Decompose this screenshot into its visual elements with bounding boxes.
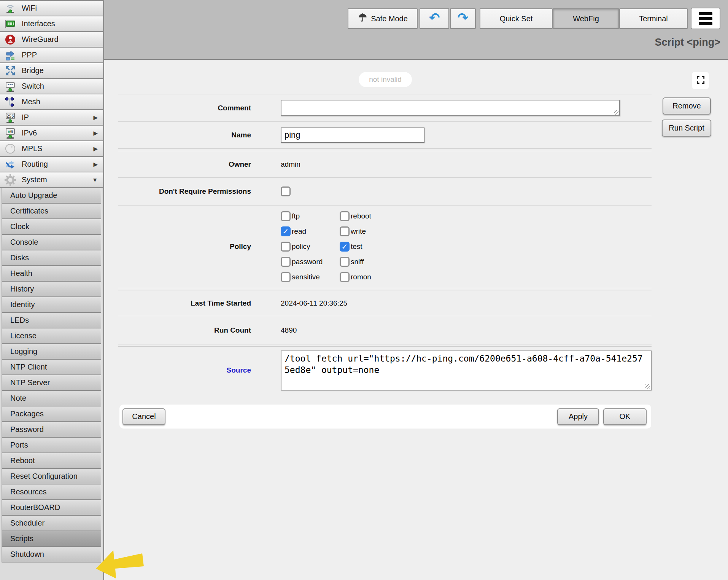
sidebar-item-label: PPP: [22, 51, 37, 59]
policy-checkbox-label: sensitive: [292, 273, 320, 281]
policy-checkbox-reboot[interactable]: [340, 211, 350, 221]
sidebar-subitem-identity[interactable]: Identity: [2, 297, 101, 313]
sidebar-subitem-logging[interactable]: Logging: [2, 344, 101, 360]
policy-checkbox-sensitive[interactable]: [281, 272, 291, 282]
fullscreen-button[interactable]: [692, 72, 709, 89]
policy-checkbox-sniff[interactable]: [340, 257, 350, 267]
sidebar-item-label: WireGuard: [22, 35, 59, 44]
last-time-started-value: 2024-06-11 20:36:25: [281, 299, 347, 308]
topbar: Safe Mode ↶ ↷ Quick Set WebFig Terminal …: [104, 0, 728, 60]
wireguard-icon: [3, 32, 17, 47]
apply-button[interactable]: Apply: [557, 408, 599, 425]
sidebar-item-interfaces[interactable]: Interfaces: [0, 16, 103, 32]
switch-icon: [3, 79, 17, 94]
chevron-right-icon: ▶: [93, 114, 98, 121]
sidebar-subitem-leds[interactable]: LEDs: [2, 313, 101, 328]
ppp-icon: [3, 48, 17, 62]
sidebar-item-routing[interactable]: Routing▶: [0, 157, 103, 172]
chevron-right-icon: ▶: [93, 130, 98, 137]
chevron-right-icon: ▶: [93, 161, 98, 168]
sidebar-item-mesh[interactable]: Mesh: [0, 94, 103, 110]
policy-checkbox-romon[interactable]: [340, 272, 350, 282]
sidebar-item-mpls[interactable]: MPLS▶: [0, 141, 103, 157]
tab-quick-set[interactable]: Quick Set: [480, 8, 553, 29]
policy-checkbox-label: write: [351, 227, 366, 236]
remove-button[interactable]: Remove: [663, 97, 711, 115]
sidebar-subitem-note[interactable]: Note: [2, 391, 101, 406]
sidebar-subitem-disks[interactable]: Disks: [2, 250, 101, 266]
policy-option-policy: policy: [281, 242, 340, 252]
policy-grid: ftp✓readpolicypasswordsensitive rebootwr…: [281, 211, 371, 282]
policy-checkbox-policy[interactable]: [281, 242, 291, 252]
sidebar-subitem-scheduler[interactable]: Scheduler: [2, 516, 101, 531]
sidebar-subitem-auto-upgrade[interactable]: Auto Upgrade: [2, 188, 101, 204]
sidebar-subitem-console[interactable]: Console: [2, 235, 101, 250]
name-row: Name: [118, 121, 652, 148]
policy-checkbox-read[interactable]: ✓: [281, 226, 291, 236]
sidebar-subitem-password[interactable]: Password: [2, 422, 101, 438]
policy-option-read: ✓read: [281, 226, 340, 236]
policy-checkbox-label: test: [351, 242, 362, 251]
policy-checkbox-test[interactable]: ✓: [340, 242, 350, 252]
sidebar-subitem-certificates[interactable]: Certificates: [2, 204, 101, 219]
sidebar-subitem-resources[interactable]: Resources: [2, 484, 101, 500]
sidebar-item-wireguard[interactable]: WireGuard: [0, 32, 103, 48]
wifi-icon: [3, 1, 17, 16]
name-input[interactable]: [281, 127, 424, 143]
sidebar-item-system[interactable]: System▼: [0, 172, 103, 188]
interfaces-icon: [3, 17, 17, 31]
owner-value: admin: [281, 160, 300, 169]
sidebar-item-bridge[interactable]: Bridge: [0, 63, 103, 79]
sidebar-item-ppp[interactable]: PPP: [0, 48, 103, 63]
sidebar-subitem-health[interactable]: Health: [2, 266, 101, 282]
policy-checkbox-label: read: [292, 227, 306, 236]
policy-option-romon: romon: [340, 272, 371, 282]
policy-option-password: password: [281, 257, 340, 267]
policy-checkbox-ftp[interactable]: [281, 211, 291, 221]
undo-icon: ↶: [429, 11, 440, 24]
sidebar-item-ip[interactable]: 255IP▶: [0, 110, 103, 126]
menu-button[interactable]: [691, 8, 720, 29]
sidebar-subitem-routerboard[interactable]: RouterBOARD: [2, 500, 101, 516]
run-script-button[interactable]: Run Script: [662, 120, 711, 137]
ok-button[interactable]: OK: [603, 408, 647, 425]
sidebar-subitem-reboot[interactable]: Reboot: [2, 453, 101, 469]
mesh-icon: [3, 95, 17, 109]
policy-checkbox-password[interactable]: [281, 257, 291, 267]
dont-require-permissions-checkbox[interactable]: [281, 186, 291, 196]
redo-button[interactable]: ↷: [450, 8, 476, 29]
sidebar-subitem-history[interactable]: History: [2, 282, 101, 297]
sidebar-subitem-packages[interactable]: Packages: [2, 406, 101, 422]
policy-checkbox-write[interactable]: [340, 226, 350, 236]
sidebar-subitem-ports[interactable]: Ports: [2, 438, 101, 453]
tab-terminal[interactable]: Terminal: [619, 8, 688, 29]
sidebar-item-switch[interactable]: Switch: [0, 79, 103, 94]
policy-option-sniff: sniff: [340, 257, 371, 267]
dont-require-permissions-row: Don't Require Permissions: [118, 177, 652, 205]
sidebar-subitem-license[interactable]: License: [2, 328, 101, 344]
cancel-button[interactable]: Cancel: [122, 408, 165, 425]
sidebar-subitem-shutdown[interactable]: Shutdown: [2, 547, 101, 562]
tab-webfig[interactable]: WebFig: [553, 8, 619, 29]
policy-checkbox-label: sniff: [351, 258, 364, 266]
comment-input[interactable]: [281, 100, 620, 116]
sidebar-subitem-ntp-server[interactable]: NTP Server: [2, 375, 101, 391]
sidebar-item-ipv6[interactable]: v6IPv6▶: [0, 126, 103, 141]
undo-button[interactable]: ↶: [420, 8, 449, 29]
sidebar-subitem-ntp-client[interactable]: NTP Client: [2, 360, 101, 375]
sidebar-subitem-clock[interactable]: Clock: [2, 219, 101, 235]
policy-column-2: rebootwrite✓testsniffromon: [340, 211, 371, 282]
sidebar-item-label: IP: [22, 113, 29, 122]
source-label[interactable]: Source: [118, 366, 251, 374]
sidebar-item-label: Bridge: [22, 66, 44, 75]
sidebar-subitem-scripts[interactable]: Scripts: [2, 531, 101, 547]
owner-row: Owner admin: [118, 151, 652, 177]
safe-mode-button[interactable]: Safe Mode: [348, 8, 418, 29]
policy-column-1: ftp✓readpolicypasswordsensitive: [281, 211, 340, 282]
sidebar-item-label: System: [22, 175, 47, 184]
chevron-right-icon: ▶: [93, 145, 98, 152]
source-input[interactable]: /tool fetch url="https://hc-ping.com/620…: [281, 351, 652, 390]
sidebar-subitem-reset-configuration[interactable]: Reset Configuration: [2, 469, 101, 484]
quick-set-label: Quick Set: [500, 14, 533, 23]
sidebar-item-wifi[interactable]: WiFi: [0, 1, 103, 16]
